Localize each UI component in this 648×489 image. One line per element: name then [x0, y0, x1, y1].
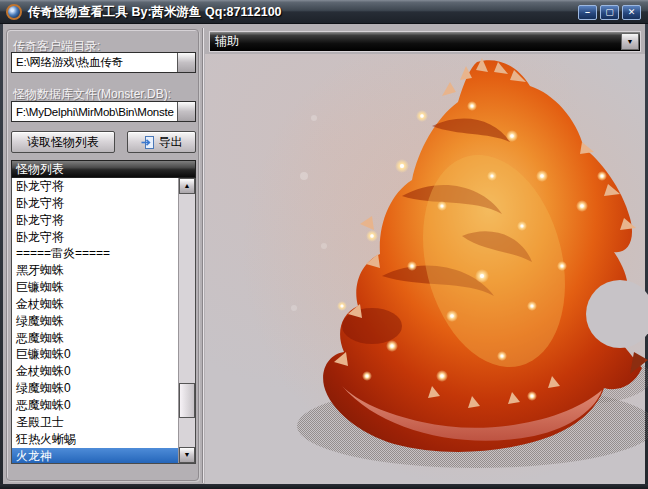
list-item[interactable]: 黑牙蜘蛛 [12, 262, 180, 279]
list-item[interactable]: 卧龙守将 [12, 229, 180, 246]
minimize-button[interactable]: – [578, 5, 597, 20]
monster-list-items: 卧龙守将卧龙守将卧龙守将卧龙守将=====雷炎=====黑牙蜘蛛巨镰蜘蛛金杖蜘蛛… [12, 178, 180, 464]
export-icon [141, 135, 155, 150]
db-file-field [11, 101, 196, 122]
list-item[interactable]: 金杖蜘蛛 [12, 296, 180, 313]
monster-preview-area [205, 54, 645, 484]
list-item[interactable]: 恶魔蜘蛛 [12, 330, 180, 347]
list-item[interactable]: 卧龙守将 [12, 212, 180, 229]
window-title: 传奇怪物查看工具 By:茜米游鱼 Qq:87112100 [28, 0, 282, 24]
list-item[interactable]: =====雷炎===== [12, 245, 180, 262]
app-window: 传奇怪物查看工具 By:茜米游鱼 Qq:87112100 – ▢ ✕ 传奇客户端… [0, 0, 648, 489]
load-monster-list-button[interactable]: 读取怪物列表 [11, 131, 115, 153]
list-item[interactable]: 卧龙守将 [12, 178, 180, 195]
title-bar: 传奇怪物查看工具 By:茜米游鱼 Qq:87112100 – ▢ ✕ [0, 0, 648, 24]
monster-list-header: 怪物列表 [11, 160, 196, 178]
window-controls: – ▢ ✕ [578, 5, 641, 20]
scrollbar-thumb[interactable] [179, 383, 195, 418]
list-item[interactable]: 圣殿卫士 [12, 414, 180, 431]
left-panel: 传奇客户端目录: 怪物数据库文件(Monster.DB): 读取怪物列表 导出 … [6, 29, 199, 481]
load-button-label: 读取怪物列表 [27, 132, 99, 152]
app-globe-icon [6, 4, 22, 20]
list-item[interactable]: 火龙神 [12, 448, 180, 465]
list-item[interactable]: 狂热火蜥蜴 [12, 431, 180, 448]
list-item[interactable]: 绿魔蜘蛛 [12, 313, 180, 330]
chevron-down-icon[interactable]: ▼ [621, 33, 639, 50]
db-file-browse-button[interactable] [177, 102, 195, 121]
list-item[interactable]: 绿魔蜘蛛0 [12, 380, 180, 397]
list-item[interactable]: 巨镰蜘蛛0 [12, 346, 180, 363]
monster-list: 卧龙守将卧龙守将卧龙守将卧龙守将=====雷炎=====黑牙蜘蛛巨镰蜘蛛金杖蜘蛛… [11, 178, 196, 464]
export-button-label: 导出 [159, 132, 183, 152]
list-scrollbar[interactable]: ▲ ▼ [178, 178, 195, 463]
panel-divider [202, 28, 204, 483]
db-file-input[interactable] [12, 102, 176, 121]
client-dir-field [11, 52, 196, 73]
list-item[interactable]: 金杖蜘蛛0 [12, 363, 180, 380]
export-button[interactable]: 导出 [127, 131, 196, 153]
window-frame-bottom [0, 484, 648, 489]
client-dir-input[interactable] [12, 53, 176, 72]
scroll-up-icon[interactable]: ▲ [179, 178, 195, 194]
monster-preview-image [282, 56, 648, 468]
list-item[interactable]: 巨镰蜘蛛 [12, 279, 180, 296]
list-item[interactable]: 恶魔蜘蛛0 [12, 397, 180, 414]
helper-combobox-value: 辅助 [215, 32, 239, 51]
helper-combobox[interactable]: 辅助 ▼ [209, 31, 641, 52]
close-button[interactable]: ✕ [622, 5, 641, 20]
client-dir-browse-button[interactable] [177, 53, 195, 72]
scroll-down-icon[interactable]: ▼ [179, 447, 195, 463]
maximize-button[interactable]: ▢ [600, 5, 619, 20]
window-frame-left [0, 24, 3, 489]
list-item[interactable]: 卧龙守将 [12, 195, 180, 212]
